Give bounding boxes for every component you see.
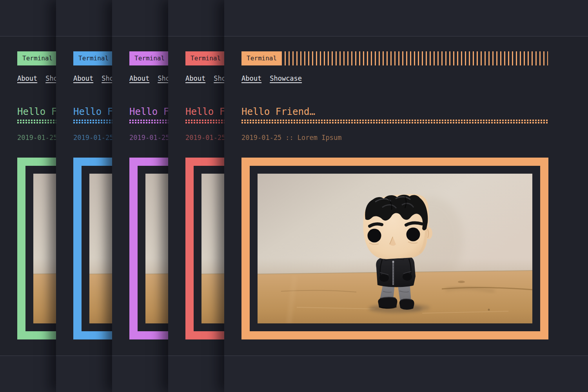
post-date: 2019-01-25 (185, 134, 225, 142)
post-title: Hello Friend… (241, 107, 588, 117)
header-decoration-bars (285, 51, 548, 65)
post-date: 2019-01-25 (73, 134, 113, 142)
nav-link-about[interactable]: About (241, 74, 261, 83)
post-author: Lorem Ipsum (298, 134, 342, 142)
nav-link-about[interactable]: About (17, 74, 37, 83)
funko-eyes (368, 229, 381, 243)
post-image-frame (241, 158, 548, 339)
site-logo[interactable]: Terminal (129, 51, 170, 65)
site-logo[interactable]: Terminal (241, 51, 282, 65)
post-date: 2019-01-25 (17, 134, 57, 142)
theme-layer-orange: Terminal About Showcase Hello Friend… 20… (224, 0, 588, 392)
nav-link-about[interactable]: About (73, 74, 93, 83)
title-dotted-divider (241, 120, 549, 123)
top-strip (224, 0, 588, 36)
site-logo[interactable]: Terminal (73, 51, 114, 65)
main-nav: About Showcase (241, 74, 588, 83)
nav-link-about[interactable]: About (129, 74, 149, 83)
funko-figure-photo (258, 174, 532, 323)
funko-figure-illustration (258, 174, 532, 323)
site-logo[interactable]: Terminal (17, 51, 58, 65)
page-content: Terminal About Showcase Hello Friend… 20… (224, 36, 588, 339)
header: Terminal (241, 51, 588, 65)
bottom-strip (224, 356, 588, 392)
post-meta: 2019-01-25::Lorem Ipsum (241, 134, 588, 142)
site-logo[interactable]: Terminal (185, 51, 226, 65)
meta-separator: :: (285, 134, 293, 142)
post-date: 2019-01-25 (129, 134, 169, 142)
post-date: 2019-01-25 (241, 134, 281, 142)
nav-link-about[interactable]: About (185, 74, 205, 83)
nav-link-showcase[interactable]: Showcase (270, 74, 302, 83)
theme-stack: Terminal About Showcase Hello Friend… 20… (0, 0, 588, 392)
